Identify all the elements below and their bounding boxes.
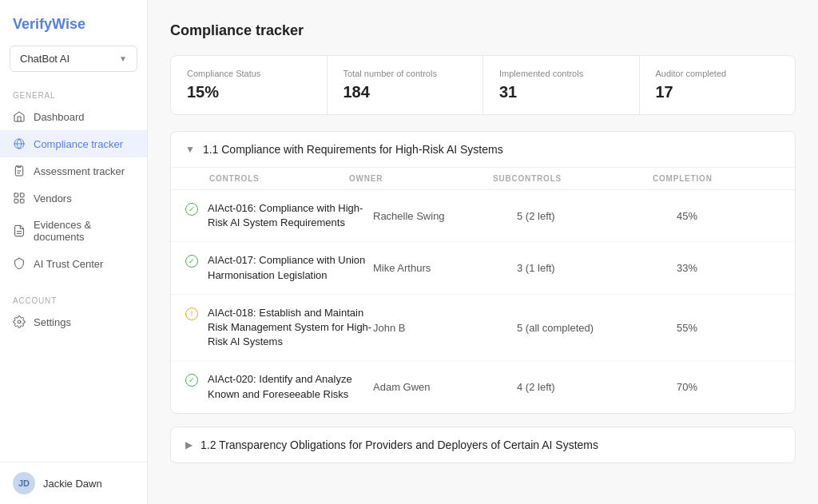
svg-rect-3 bbox=[20, 193, 24, 197]
stat-value-0: 15% bbox=[187, 83, 311, 101]
sidebar-item-evidences[interactable]: Evidences & documents bbox=[0, 212, 147, 250]
file-icon bbox=[13, 224, 26, 237]
row-owner-3: Adam Gwen bbox=[373, 381, 517, 393]
stats-row: Compliance Status 15% Total number of co… bbox=[170, 55, 796, 115]
sidebar-item-vendors-label: Vendors bbox=[34, 192, 72, 204]
section-1-1: ▼ 1.1 Compliance with Requirements for H… bbox=[170, 131, 796, 414]
row-owner-1: Mike Arthurs bbox=[373, 262, 517, 274]
row-completion-1: 33% bbox=[677, 262, 780, 274]
chevron-right-icon: ▶ bbox=[185, 439, 193, 450]
stat-label-2: Implemented controls bbox=[499, 69, 623, 78]
stat-total-controls: Total number of controls 184 bbox=[328, 56, 484, 114]
sidebar-item-settings[interactable]: Settings bbox=[0, 308, 147, 335]
globe-icon bbox=[13, 137, 26, 150]
clipboard-icon bbox=[13, 165, 26, 177]
col-controls: CONTROLS bbox=[209, 174, 349, 183]
check-circle-icon: ✓ bbox=[185, 203, 198, 216]
section-1-2-header[interactable]: ▶ 1.2 Transparency Obligations for Provi… bbox=[171, 427, 795, 462]
user-profile[interactable]: JD Jackie Dawn bbox=[0, 462, 147, 504]
warning-circle-icon: ! bbox=[185, 308, 198, 320]
home-icon bbox=[13, 110, 26, 123]
stat-value-1: 184 bbox=[343, 83, 467, 101]
sidebar: VerifyWise ChatBot AI ▼ GENERAL Dashboar… bbox=[0, 0, 148, 504]
row-control-2: ! AIAct-018: Establish and Maintain Risk… bbox=[185, 306, 373, 350]
stat-label-1: Total number of controls bbox=[343, 69, 467, 78]
row-completion-3: 70% bbox=[677, 381, 780, 393]
col-completion: COMPLETION bbox=[653, 174, 756, 183]
row-control-0: ✓ AIAct-016: Compliance with High-Risk A… bbox=[185, 201, 373, 230]
section-1-1-title: 1.1 Compliance with Requirements for Hig… bbox=[203, 143, 503, 156]
row-completion-2: 55% bbox=[677, 322, 780, 334]
svg-point-8 bbox=[18, 320, 21, 323]
table-row[interactable]: ✓ AIAct-017: Compliance with Union Harmo… bbox=[171, 242, 795, 294]
sidebar-item-compliance-tracker[interactable]: Compliance tracker bbox=[0, 130, 147, 157]
grid-icon bbox=[13, 192, 26, 204]
settings-icon bbox=[13, 315, 26, 328]
row-owner-2: John B bbox=[373, 322, 517, 334]
control-name-3: AIAct-020: Identify and Analyze Known an… bbox=[208, 372, 373, 401]
svg-rect-5 bbox=[20, 199, 24, 203]
stat-label-0: Compliance Status bbox=[187, 69, 311, 78]
avatar: JD bbox=[13, 472, 35, 494]
section-1-2: ▶ 1.2 Transparency Obligations for Provi… bbox=[170, 427, 796, 463]
row-control-1: ✓ AIAct-017: Compliance with Union Harmo… bbox=[185, 253, 373, 282]
sidebar-item-vendors[interactable]: Vendors bbox=[0, 185, 147, 212]
check-circle-icon: ✓ bbox=[185, 255, 198, 268]
row-owner-0: Rachelle Swing bbox=[373, 210, 517, 222]
sidebar-item-dashboard-label: Dashboard bbox=[34, 111, 85, 123]
sidebar-item-assessment-tracker[interactable]: Assessment tracker bbox=[0, 157, 147, 185]
control-name-2: AIAct-018: Establish and Maintain Risk M… bbox=[208, 306, 373, 350]
chatbot-label: ChatBot AI bbox=[20, 53, 69, 65]
main-content: Compliance tracker Compliance Status 15%… bbox=[148, 0, 818, 504]
stat-label-3: Auditor completed bbox=[656, 69, 780, 78]
shield-icon bbox=[13, 257, 26, 270]
general-section-label: GENERAL bbox=[0, 85, 147, 103]
table-row[interactable]: ✓ AIAct-016: Compliance with High-Risk A… bbox=[171, 190, 795, 242]
svg-rect-4 bbox=[14, 199, 18, 203]
stat-value-3: 17 bbox=[656, 83, 780, 101]
col-owner: OWNER bbox=[349, 174, 493, 183]
control-name-0: AIAct-016: Compliance with High-Risk AI … bbox=[208, 201, 373, 230]
check-circle-icon: ✓ bbox=[185, 374, 198, 387]
stat-compliance-status: Compliance Status 15% bbox=[171, 56, 328, 114]
row-sub-2: 5 (all completed) bbox=[517, 322, 677, 334]
row-sub-0: 5 (2 left) bbox=[517, 210, 677, 222]
logo: VerifyWise bbox=[0, 0, 147, 46]
row-sub-3: 4 (2 left) bbox=[517, 381, 677, 393]
user-name: Jackie Dawn bbox=[43, 478, 102, 490]
sidebar-item-settings-label: Settings bbox=[34, 316, 71, 328]
sidebar-item-assessment-label: Assessment tracker bbox=[34, 165, 125, 177]
chatbot-dropdown[interactable]: ChatBot AI ▼ bbox=[10, 46, 137, 72]
account-section-label: ACCOUNT bbox=[0, 290, 147, 308]
logo-wise: Wise bbox=[52, 16, 85, 32]
chevron-down-icon: ▼ bbox=[119, 54, 127, 63]
sidebar-item-ai-trust[interactable]: AI Trust Center bbox=[0, 250, 147, 277]
row-control-3: ✓ AIAct-020: Identify and Analyze Known … bbox=[185, 372, 373, 401]
sidebar-item-evidences-label: Evidences & documents bbox=[34, 219, 134, 243]
stat-implemented-controls: Implemented controls 31 bbox=[483, 56, 640, 114]
section-1-2-title: 1.2 Transparency Obligations for Provide… bbox=[201, 439, 598, 451]
sidebar-item-ai-trust-label: AI Trust Center bbox=[34, 258, 103, 270]
section-1-1-header[interactable]: ▼ 1.1 Compliance with Requirements for H… bbox=[171, 132, 795, 167]
page-title: Compliance tracker bbox=[170, 22, 796, 39]
table-header: CONTROLS OWNER SUBCONTROLS COMPLETION bbox=[171, 167, 795, 190]
chevron-down-icon: ▼ bbox=[185, 144, 195, 155]
sidebar-item-compliance-label: Compliance tracker bbox=[34, 138, 123, 150]
table-row[interactable]: ✓ AIAct-020: Identify and Analyze Known … bbox=[171, 361, 795, 412]
control-name-1: AIAct-017: Compliance with Union Harmoni… bbox=[208, 253, 373, 282]
row-completion-0: 45% bbox=[677, 210, 780, 222]
table-row[interactable]: ! AIAct-018: Establish and Maintain Risk… bbox=[171, 295, 795, 362]
sidebar-item-dashboard[interactable]: Dashboard bbox=[0, 103, 147, 130]
stat-auditor-completed: Auditor completed 17 bbox=[640, 56, 796, 114]
svg-rect-2 bbox=[14, 193, 18, 197]
stat-value-2: 31 bbox=[499, 83, 623, 101]
col-subcontrols: SUBCONTROLS bbox=[493, 174, 653, 183]
row-sub-1: 3 (1 left) bbox=[517, 262, 677, 274]
logo-verify: Verify bbox=[13, 16, 52, 32]
